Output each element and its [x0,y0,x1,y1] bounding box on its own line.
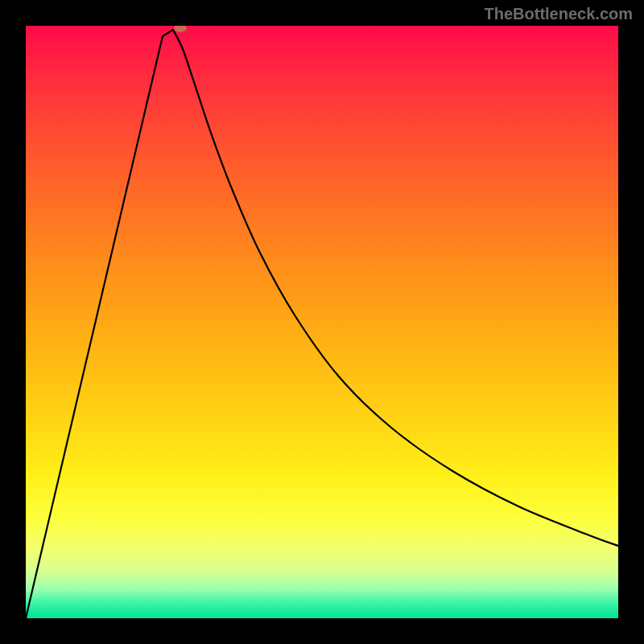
plot-area [26,26,618,618]
watermark-text: TheBottleneck.com [485,5,633,23]
chart-frame: TheBottleneck.com [0,0,644,644]
curve-right-branch [173,30,618,546]
curve-svg [26,26,618,618]
curve-left-branch [26,30,173,618]
